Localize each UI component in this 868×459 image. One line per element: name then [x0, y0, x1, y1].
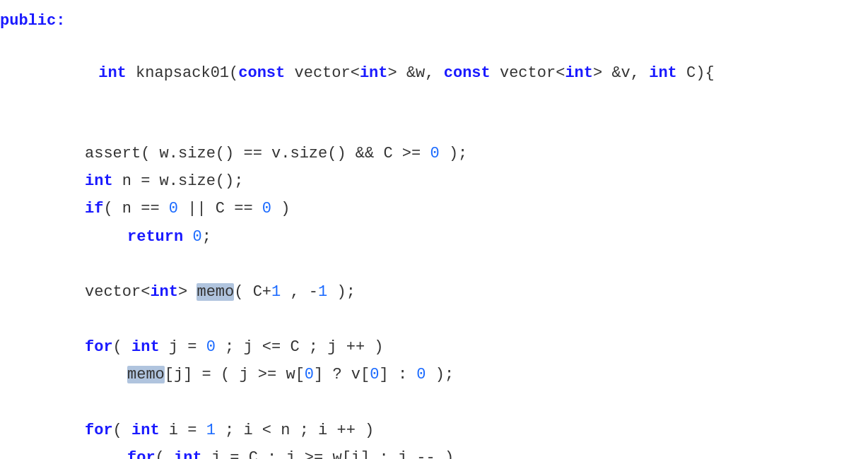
code-text: return 0;: [127, 223, 211, 251]
code-text: [0, 112, 9, 140]
code-text: assert( w.size() == v.size() && C >= 0 )…: [85, 140, 467, 167]
code-line-2: int knapsack01(const vector<int> &w, con…: [0, 35, 868, 112]
code-text: public:: [0, 7, 65, 35]
code-line-8: for( int j = 0 ; j <= C ; j ++ ): [0, 333, 868, 361]
code-text: memo[j] = ( j >= w[0] ? v[0] : 0 );: [127, 361, 454, 388]
code-text: for( int j = 0 ; j <= C ; j ++ ): [85, 333, 383, 361]
code-text: if( n == 0 || C == 0 ): [85, 195, 290, 222]
code-container: public: int knapsack01(const vector<int>…: [0, 0, 868, 459]
code-line-blank-2: [0, 251, 868, 278]
code-line-7: vector<int> memo( C+1 , -1 );: [0, 278, 868, 306]
code-line-blank-3: [0, 306, 868, 333]
code-line-blank-4: [0, 389, 868, 417]
code-line-3: assert( w.size() == v.size() && C >= 0 )…: [0, 140, 868, 167]
code-line-blank-1: [0, 112, 868, 140]
code-text: for( int i = 1 ; i < n ; i ++ ): [85, 417, 374, 444]
code-text: for( int j = C ; j >= w[i] ; j -- ): [127, 444, 454, 459]
code-text: int knapsack01(const vector<int> &w, con…: [42, 35, 715, 112]
code-line-9: memo[j] = ( j >= w[0] ? v[0] : 0 );: [0, 361, 868, 388]
code-text: [0, 306, 9, 333]
code-line-5: if( n == 0 || C == 0 ): [0, 195, 868, 222]
code-text: int n = w.size();: [85, 167, 243, 195]
code-text: [0, 251, 9, 278]
code-text: [0, 389, 9, 417]
code-line-6: return 0;: [0, 223, 868, 251]
code-line-1: public:: [0, 7, 868, 35]
code-line-10: for( int i = 1 ; i < n ; i ++ ): [0, 417, 868, 444]
code-line-4: int n = w.size();: [0, 167, 868, 195]
code-line-11: for( int j = C ; j >= w[i] ; j -- ): [0, 444, 868, 459]
code-text: vector<int> memo( C+1 , -1 );: [85, 278, 356, 306]
